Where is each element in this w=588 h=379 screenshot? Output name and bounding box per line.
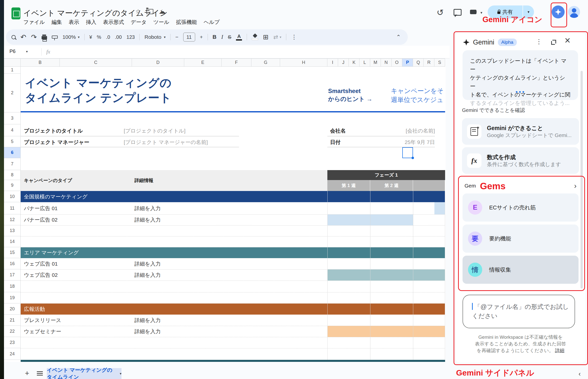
text-color-button[interactable]: A xyxy=(236,34,242,41)
row-header-17[interactable]: 17 xyxy=(4,269,21,281)
row-header-6-selected[interactable]: 6 xyxy=(4,147,21,158)
week2-header: 第 2 週 xyxy=(370,180,413,191)
row-item-name: プレスリリース xyxy=(24,315,61,326)
italic-button[interactable]: I xyxy=(221,34,223,40)
column-header-O[interactable]: O xyxy=(392,58,402,67)
grid-corner[interactable] xyxy=(4,58,21,67)
all-sheets-icon[interactable] xyxy=(37,371,43,376)
column-header-J[interactable]: J xyxy=(338,58,349,67)
column-header-G[interactable]: G xyxy=(251,58,280,67)
redo-button[interactable]: ↷ xyxy=(31,33,37,41)
column-header-B[interactable]: B xyxy=(21,58,60,67)
row-header-10[interactable]: 10 xyxy=(4,191,21,202)
column-header-N[interactable]: N xyxy=(381,58,392,67)
selected-cell-P6[interactable] xyxy=(402,147,413,158)
row-header-7[interactable]: 7 xyxy=(4,158,21,170)
row-header-20[interactable]: 20 xyxy=(4,303,21,315)
row-header-1[interactable]: 1 xyxy=(4,67,21,74)
column-header-M[interactable]: M xyxy=(370,58,381,67)
campaign-type-header: キャンペーンのタイプ xyxy=(24,177,72,184)
paint-format-button[interactable] xyxy=(52,36,58,39)
menu-file[interactable]: ファイル xyxy=(23,19,45,26)
row-header-13[interactable]: 13 xyxy=(4,225,21,236)
row-header-2[interactable]: 2 xyxy=(4,74,21,112)
column-header-K[interactable]: K xyxy=(349,58,359,67)
borders-button[interactable]: ⊞ xyxy=(263,33,269,41)
row-header-4[interactable]: 4 xyxy=(4,124,21,136)
column-header-H[interactable]: H xyxy=(280,58,327,67)
column-header-E[interactable]: E xyxy=(184,58,222,67)
hide-side-panel-icon[interactable]: ‹ xyxy=(579,370,581,378)
video-call-icon[interactable] xyxy=(470,10,476,14)
user-avatar[interactable] xyxy=(568,6,580,18)
row-header-11[interactable]: 11 xyxy=(4,202,21,214)
increase-decimal-button[interactable]: .00 xyxy=(115,34,122,40)
row-header-23[interactable]: 23 xyxy=(4,337,21,348)
column-header-S[interactable]: S xyxy=(434,58,445,67)
column-header-Q[interactable]: Q xyxy=(413,58,424,67)
row-header-24[interactable]: 24 xyxy=(4,348,21,360)
print-button[interactable] xyxy=(42,36,47,39)
fill-handle[interactable] xyxy=(412,157,414,159)
decrease-font-size-button[interactable]: − xyxy=(175,34,178,40)
row-header-19[interactable]: 19 xyxy=(4,292,21,303)
row-header-18[interactable]: 18 xyxy=(4,281,21,292)
row-header-22[interactable]: 22 xyxy=(4,326,21,337)
row-header-3[interactable]: 3 xyxy=(4,112,21,124)
comment-icon[interactable] xyxy=(454,9,462,16)
increase-font-size-button[interactable]: + xyxy=(200,34,203,40)
column-header-P-selected[interactable]: P xyxy=(402,58,413,67)
video-call-dropdown-icon[interactable]: ▾ xyxy=(480,10,482,15)
column-header-C[interactable]: C xyxy=(60,58,132,67)
merge-cells-button[interactable]: ⇄▾ xyxy=(273,34,281,41)
move-folder-icon[interactable]: → xyxy=(146,9,153,14)
row-header-21[interactable]: 21 xyxy=(4,315,21,326)
menu-data[interactable]: データ xyxy=(131,19,147,26)
currency-format-button[interactable]: ¥ xyxy=(89,34,92,40)
bold-button[interactable]: B xyxy=(213,34,217,40)
row-header-5[interactable]: 5 xyxy=(4,136,21,147)
star-icon[interactable]: ☆ xyxy=(135,8,141,15)
collapse-toolbar-icon[interactable]: ⌃ xyxy=(396,34,401,40)
undo-button[interactable]: ↶ xyxy=(20,33,26,41)
details-header: 詳細情報 xyxy=(134,177,153,184)
menu-tools[interactable]: ツール xyxy=(153,19,169,26)
menu-view[interactable]: 表示 xyxy=(69,19,79,26)
sheet-tab-bar: + イベント マーケティングのタイムライン ▾ ‹ Gemini サイドパネル xyxy=(4,368,588,379)
strikethrough-button[interactable]: S xyxy=(228,34,231,40)
row-header-16[interactable]: 16 xyxy=(4,258,21,269)
search-icon[interactable] xyxy=(11,35,16,39)
menu-insert[interactable]: 挿入 xyxy=(86,19,96,26)
menu-extensions[interactable]: 拡張機能 xyxy=(176,19,197,26)
column-header-L[interactable]: L xyxy=(359,58,370,67)
add-sheet-button[interactable]: + xyxy=(25,369,29,378)
active-sheet-tab[interactable]: イベント マーケティングのタイムライン ▾ xyxy=(47,368,121,379)
row-header-14[interactable]: 14 xyxy=(4,236,21,247)
cloud-status-icon[interactable]: ☁✓ xyxy=(159,7,166,15)
font-select[interactable]: Roboto▾ xyxy=(144,34,166,40)
row-item-name: ウェブ広告 01 xyxy=(24,258,58,269)
menu-help[interactable]: ヘルプ xyxy=(204,19,220,26)
sheets-logo-icon[interactable] xyxy=(11,7,20,19)
more-options-button[interactable]: ⋮ xyxy=(291,34,297,41)
decrease-decimal-button[interactable]: .0 xyxy=(106,34,110,40)
column-header-R[interactable]: R xyxy=(424,58,434,67)
version-history-icon[interactable]: ↺ xyxy=(437,7,444,17)
menu-format[interactable]: 表示形式 xyxy=(103,19,124,26)
campaign-note-clipped: キャンペーンをそ 週単位でスケジュ xyxy=(391,86,444,104)
spreadsheet-grid[interactable]: B C D E F G H I J K L M N O P Q R S 1 2 … xyxy=(4,58,446,362)
column-header-I[interactable]: I xyxy=(327,58,338,67)
font-size-input[interactable]: 11 xyxy=(183,33,195,42)
row-header-8[interactable]: 8 xyxy=(4,170,21,180)
fill-color-button[interactable] xyxy=(252,34,258,40)
number-format-button[interactable]: 123 xyxy=(126,34,135,40)
percent-format-button[interactable]: % xyxy=(97,34,101,40)
column-header-D[interactable]: D xyxy=(132,58,184,67)
row-header-15[interactable]: 15 xyxy=(4,247,21,258)
column-header-F[interactable]: F xyxy=(222,58,251,67)
zoom-select[interactable]: 100%▾ xyxy=(62,34,80,40)
menu-edit[interactable]: 編集 xyxy=(52,19,62,26)
name-box[interactable]: P6▾ xyxy=(9,48,37,54)
row-header-12[interactable]: 12 xyxy=(4,214,21,225)
row-header-9[interactable]: 9 xyxy=(4,180,21,191)
